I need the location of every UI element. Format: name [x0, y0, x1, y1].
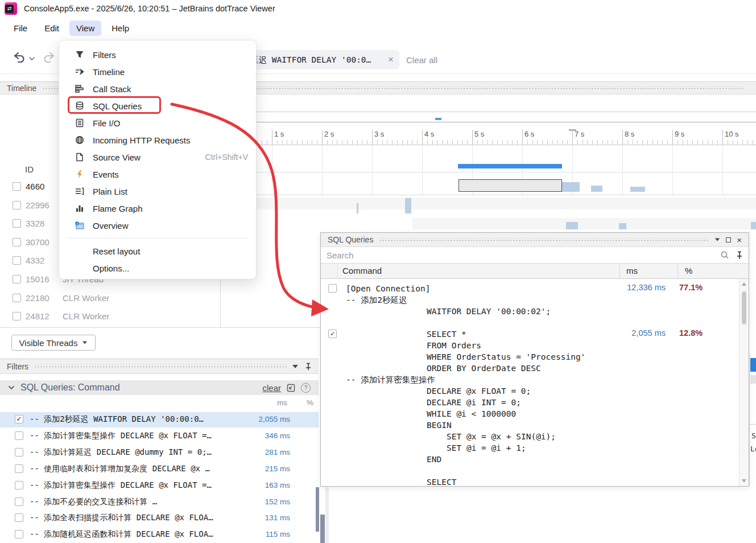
filter-query-row[interactable]: -- 添加全表扫描提示和计算 DECLARE @x FLOA…131 ms — [0, 511, 319, 526]
filter-query-row[interactable]: -- 使用临时表和计算增加复杂度 DECLARE @x …215 ms — [0, 462, 319, 477]
menu-item-reset-layout[interactable]: Reset layout — [59, 242, 256, 260]
minor-tick — [733, 140, 733, 145]
minor-tick — [407, 140, 408, 145]
thread-checkbox[interactable] — [13, 256, 21, 265]
filter-row-ms: 215 ms — [242, 464, 290, 473]
undo-dropdown-chevron-icon[interactable] — [28, 54, 35, 64]
filter-row-checkbox[interactable] — [15, 497, 23, 506]
menu-item-options-[interactable]: Options... — [59, 260, 256, 277]
invert-selection-icon[interactable] — [287, 384, 295, 392]
collapse-icon[interactable] — [292, 365, 298, 368]
col-header-ms[interactable]: ms — [626, 266, 638, 275]
filter-chip-close-icon[interactable]: × — [388, 54, 394, 65]
menu-item-timeline[interactable]: Timeline — [59, 63, 256, 80]
filter-pct-header: % — [295, 398, 313, 407]
sql-search-input[interactable]: Search — [327, 250, 354, 260]
sql-row-checkbox[interactable]: ✓ — [328, 330, 337, 338]
scroll-down-icon[interactable] — [741, 479, 747, 483]
thread-id-header: ID — [25, 164, 34, 174]
thread-checkbox[interactable] — [13, 294, 21, 302]
menubar-item-help[interactable]: Help — [105, 20, 136, 36]
menu-item-events[interactable]: Events — [59, 166, 256, 183]
thread-row[interactable]: 24812CLR Worker — [0, 310, 221, 324]
menu-item-label: Options... — [93, 264, 129, 273]
time-ruler[interactable]: 1 s2 s3 s4 s5 s6 s7 s8 s9 s10 s — [221, 122, 756, 145]
filter-row-checkbox[interactable]: ✓ — [15, 415, 23, 423]
close-icon[interactable]: × — [737, 235, 742, 245]
filter-query-row[interactable]: -- 添加计算延迟 DECLARE @dummy INT = 0;…281 ms — [0, 445, 319, 460]
scroll-up-icon[interactable] — [741, 282, 747, 286]
menu-item-flame-graph[interactable]: Flame Graph — [59, 200, 256, 217]
sql-table-header[interactable]: Command ms % — [321, 264, 749, 279]
thread-checkbox[interactable] — [13, 182, 21, 191]
col-header-command[interactable]: Command — [342, 266, 382, 275]
menu-item-file-i-o[interactable]: File I/O — [59, 114, 256, 131]
menu-item-overview[interactable]: iOverview — [59, 217, 256, 234]
help-icon[interactable]: ? — [301, 383, 311, 393]
minor-tick — [597, 140, 598, 145]
filter-row-text: -- 添加计算密集型操作 DECLARE @x FLOAT =… — [30, 431, 241, 441]
view-dropdown-menu: FiltersTimelineCall StackSQL QueriesFile… — [59, 40, 257, 279]
filter-query-row[interactable]: -- 添加计算密集型操作 DECLARE @x FLOAT =…346 ms — [0, 429, 319, 444]
pin-icon[interactable] — [736, 251, 743, 260]
thread-id: 4660 — [26, 182, 44, 191]
filter-row-checkbox[interactable] — [15, 481, 23, 489]
active-filter-chip[interactable]: 延迟 WAITFOR DELAY '00:0… × — [245, 50, 399, 69]
ruler-label: 4 s — [424, 130, 434, 138]
maximize-icon[interactable] — [726, 237, 731, 242]
sql-panel-header[interactable]: SQL Queries × — [321, 233, 749, 247]
sql-query-list[interactable]: 12,336 ms77.1%[Open Connection]-- 添加2秒延迟… — [321, 279, 749, 486]
thread-id: 22996 — [26, 200, 49, 210]
filter-row-checkbox[interactable] — [15, 431, 23, 440]
visible-threads-button[interactable]: Visible Threads — [11, 335, 96, 351]
sql-row-checkbox[interactable] — [328, 284, 337, 293]
filter-query-row[interactable]: -- 添加计算密集型操作 DECLARE @x FLOAT =…163 ms — [0, 478, 319, 493]
thread-checkbox[interactable] — [13, 275, 21, 283]
row-divider — [221, 195, 756, 195]
thread-row[interactable]: 22180CLR Worker — [0, 291, 221, 306]
filter-row-checkbox[interactable] — [15, 448, 23, 456]
timeline-selection-rect[interactable] — [458, 179, 561, 192]
section-chevron-icon[interactable] — [8, 384, 15, 391]
ruler-label: 6 s — [524, 130, 534, 138]
filter-row-checkbox[interactable] — [15, 464, 23, 473]
minor-tick — [327, 140, 328, 145]
thread-activity-blob — [566, 222, 577, 229]
menu-item-incoming-http-requests[interactable]: Incoming HTTP Requests — [59, 131, 256, 149]
menubar-item-edit[interactable]: Edit — [38, 20, 66, 36]
menu-item-source-view[interactable]: Source ViewCtrl+Shift+V — [59, 149, 256, 166]
filter-clear-link[interactable]: clear — [262, 383, 281, 393]
minor-tick — [537, 140, 538, 145]
undo-button[interactable] — [11, 50, 26, 65]
filter-section-header[interactable]: SQL Queries: Command clear ? — [0, 380, 319, 395]
sql-scrollbar[interactable] — [739, 279, 749, 486]
filter-query-row[interactable]: -- 添加不必要的交叉连接和计算 …152 ms — [0, 495, 319, 510]
col-header-pct[interactable]: % — [685, 266, 692, 275]
menu-item-plain-list[interactable]: Plain List — [59, 183, 256, 200]
filter-query-row[interactable]: -- 添加随机延迟函数和计算 DECLARE @x FLOA…115 ms — [0, 527, 319, 542]
minor-tick — [497, 140, 498, 145]
redo-button[interactable] — [42, 50, 57, 65]
sql-search-row[interactable]: Search — [321, 247, 749, 264]
minor-tick — [262, 140, 262, 145]
thread-checkbox[interactable] — [13, 238, 21, 246]
filters-panel-header[interactable]: Filters — [0, 359, 319, 374]
filter-row-checkbox[interactable] — [15, 513, 23, 522]
filter-query-row[interactable]: ✓-- 添加2秒延迟 WAITFOR DELAY '00:00:0…2,055 … — [0, 412, 319, 427]
thread-checkbox[interactable] — [13, 201, 21, 209]
pin-icon[interactable] — [305, 363, 312, 371]
minor-tick — [742, 140, 743, 145]
collapse-icon[interactable] — [715, 238, 720, 241]
sql-queries-panel: SQL Queries × Search Command ms % 12,336… — [320, 232, 749, 487]
minor-tick — [737, 140, 738, 145]
sql-panel-title: SQL Queries — [328, 235, 373, 244]
menu-item-call-stack[interactable]: Call Stack — [59, 80, 256, 97]
thread-checkbox[interactable] — [13, 219, 21, 228]
menubar-item-view[interactable]: View — [69, 20, 101, 36]
filter-row-checkbox[interactable] — [15, 530, 23, 538]
thread-checkbox[interactable] — [13, 312, 21, 320]
menu-item-filters[interactable]: Filters — [59, 46, 256, 63]
menubar-item-file[interactable]: File — [7, 20, 34, 36]
clear-all-button[interactable]: Clear all — [406, 55, 437, 65]
scrollbar-thumb[interactable] — [742, 291, 746, 324]
